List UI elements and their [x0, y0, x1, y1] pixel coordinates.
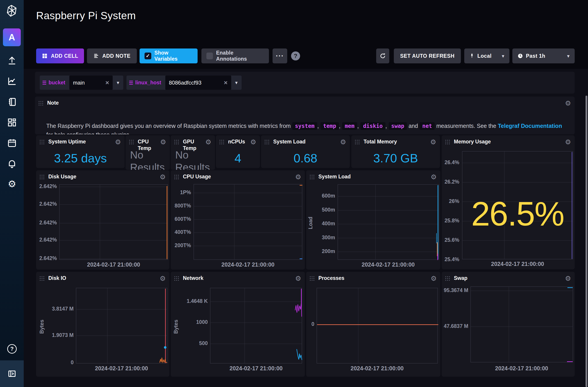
- gear-icon[interactable]: ⚙: [565, 99, 571, 107]
- drag-handle-icon[interactable]: [310, 175, 315, 180]
- show-variables-toggle[interactable]: ✓ Show Variables: [140, 48, 198, 63]
- drag-handle-icon[interactable]: [355, 140, 360, 145]
- gridline-h: [60, 204, 168, 205]
- help-question-button[interactable]: ?: [291, 51, 300, 60]
- set-auto-refresh-button[interactable]: SET AUTO REFRESH: [394, 48, 461, 63]
- series-line: [437, 254, 438, 260]
- settings-gear-icon[interactable]: ⚙: [7, 179, 17, 189]
- tasks-calendar-icon[interactable]: [7, 138, 17, 148]
- gridline-h: [76, 309, 167, 310]
- gear-icon[interactable]: ⚙: [160, 138, 166, 146]
- drag-handle-icon[interactable]: [129, 140, 134, 145]
- measurement-chip: diskio: [360, 122, 385, 130]
- telegraf-documentation-link[interactable]: Telegraf Documentation: [498, 123, 562, 129]
- chevron-down-icon: ▾: [567, 53, 570, 59]
- chart-plot: [193, 184, 302, 260]
- chart-plot: [470, 286, 573, 362]
- chart-plot: [76, 288, 167, 364]
- vertical-scrollbar[interactable]: [586, 96, 587, 387]
- drag-handle-icon[interactable]: [40, 140, 45, 145]
- data-explorer-graph-icon[interactable]: [7, 76, 17, 86]
- load-data-upload-icon[interactable]: [7, 56, 17, 66]
- nav-sidebar: A ⚙ ?: [0, 0, 24, 387]
- gear-icon[interactable]: ⚙: [250, 138, 256, 146]
- stat-value: 0.68: [261, 151, 350, 165]
- gear-icon[interactable]: ⚙: [431, 274, 437, 282]
- cell-title: Swap: [454, 275, 467, 281]
- drag-handle-icon[interactable]: [174, 140, 179, 145]
- drag-handle-icon[interactable]: [219, 140, 224, 145]
- ellipsis-icon: ···: [276, 52, 284, 60]
- influxdb-logo-icon[interactable]: [5, 4, 19, 18]
- gear-icon[interactable]: ⚙: [115, 138, 121, 146]
- gear-icon[interactable]: ⚙: [205, 138, 211, 146]
- variable-bucket-value[interactable]: main ×: [69, 76, 113, 90]
- gear-icon[interactable]: ⚙: [160, 173, 166, 181]
- series-line: [300, 258, 302, 259]
- help-icon[interactable]: ?: [7, 344, 17, 354]
- gear-icon[interactable]: ⚙: [160, 274, 166, 282]
- drag-handle-icon[interactable]: [174, 175, 179, 180]
- variable-caret-button[interactable]: ▾: [231, 76, 242, 90]
- drag-handle-icon[interactable]: [40, 175, 45, 180]
- chevron-down-icon: ▾: [502, 53, 504, 59]
- variable-caret-button[interactable]: ▾: [113, 76, 123, 90]
- series-line: [167, 186, 167, 259]
- drag-handle-icon[interactable]: [445, 276, 450, 281]
- drag-handle-icon[interactable]: [174, 276, 179, 281]
- timezone-dropdown[interactable]: Local ▾: [464, 48, 509, 63]
- note-title: Note: [47, 100, 59, 106]
- enable-annotations-toggle[interactable]: Enable Annotations: [201, 48, 269, 63]
- note-lines-icon: [93, 53, 99, 59]
- stat-cell-ncpus: nCPUs ⚙ 4: [216, 135, 260, 168]
- drag-handle-icon[interactable]: [39, 101, 43, 106]
- gear-icon[interactable]: ⚙: [431, 173, 437, 181]
- cell-title: CPU Usage: [183, 174, 211, 180]
- chart-plot: [316, 288, 438, 364]
- cell-title: nCPUs: [228, 138, 245, 145]
- expand-sidebar-button[interactable]: [0, 360, 24, 387]
- notebooks-icon[interactable]: [7, 97, 17, 107]
- stat-value: 4: [216, 151, 260, 165]
- series-line: [567, 287, 573, 288]
- drag-handle-icon[interactable]: [40, 276, 45, 281]
- gridline-h: [338, 238, 439, 238]
- clock-icon: [517, 53, 523, 59]
- series-line: [165, 289, 166, 363]
- clear-x-icon[interactable]: ×: [105, 79, 109, 86]
- series-line: [300, 185, 302, 186]
- add-note-button[interactable]: ADD NOTE: [87, 48, 137, 63]
- gear-icon[interactable]: ⚙: [430, 138, 436, 146]
- gear-icon[interactable]: ⚙: [340, 138, 346, 146]
- cell-title: Disk Usage: [48, 174, 76, 180]
- refresh-icon: [379, 53, 386, 59]
- gridline-h: [471, 327, 573, 327]
- stat-value: 3.25 days: [36, 151, 125, 165]
- refresh-button[interactable]: [376, 48, 389, 63]
- dashboards-icon[interactable]: [7, 117, 17, 128]
- more-options-button[interactable]: ···: [273, 48, 287, 63]
- series-line: [436, 233, 437, 243]
- add-cell-button[interactable]: ADD CELL: [36, 48, 84, 63]
- panel-disk-usage: Disk Usage ⚙ 2.642% 2.642% 2.642% 2.642%…: [36, 170, 169, 270]
- gear-icon[interactable]: ⚙: [295, 274, 301, 282]
- gridline-h: [60, 187, 168, 187]
- gridline-h: [210, 323, 302, 323]
- drag-handle-icon[interactable]: [445, 140, 450, 145]
- variable-host-value[interactable]: 8086adfccf93 ×: [165, 76, 231, 90]
- drag-handle-icon[interactable]: [265, 140, 270, 145]
- variable-label: bucket: [42, 80, 65, 86]
- gear-icon[interactable]: ⚙: [295, 173, 301, 181]
- time-range-dropdown[interactable]: Past 1h ▾: [512, 48, 575, 63]
- drag-handle-icon[interactable]: [310, 276, 315, 281]
- panel-memory-usage: Memory Usage ⚙ 26.4% 26.2% 26% 25.8% 25.…: [442, 135, 575, 269]
- gridline-h: [338, 210, 439, 211]
- gear-icon[interactable]: ⚙: [565, 274, 571, 282]
- stat-cell-system-load: System Load ⚙ 0.68: [261, 135, 350, 168]
- alerts-bell-icon[interactable]: [7, 158, 17, 169]
- clear-x-icon[interactable]: ×: [224, 79, 227, 86]
- gear-icon[interactable]: ⚙: [565, 138, 571, 146]
- add-cell-grid-icon: [42, 53, 48, 59]
- page-title: Raspberry Pi System: [36, 9, 136, 22]
- avatar[interactable]: A: [3, 28, 21, 46]
